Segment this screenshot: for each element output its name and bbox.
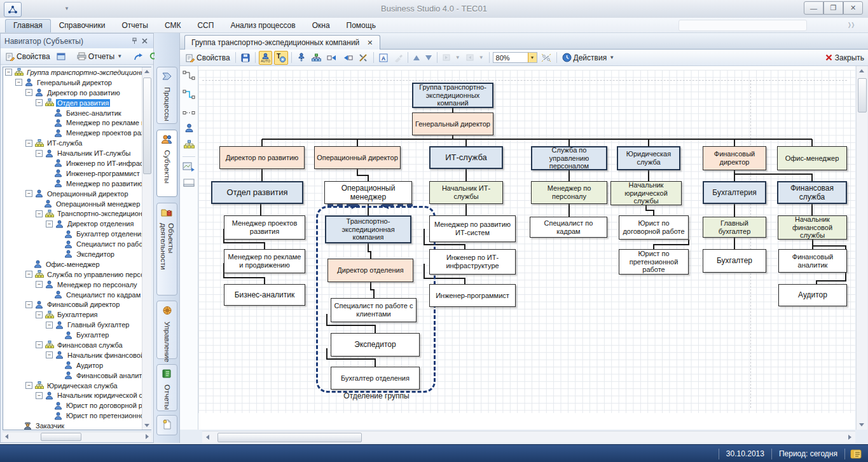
tree-expander-icon[interactable]: − bbox=[36, 341, 43, 348]
tree-item-6[interactable]: Менеджер проектов развития bbox=[3, 128, 151, 138]
org-node-legal-head[interactable]: Начальник юридической службы bbox=[610, 181, 682, 205]
tree-item-7[interactable]: −ИТ-служба bbox=[3, 138, 151, 148]
subject-size-button[interactable] bbox=[295, 51, 308, 64]
org-node-business-analyst[interactable]: Бизнес-аналитик bbox=[224, 284, 305, 306]
tree-item-32[interactable]: −Начальник юридической службы bbox=[3, 391, 151, 401]
org-node-client-specialist[interactable]: Специалист по работе с клиентами bbox=[331, 298, 417, 322]
menu-tab-2[interactable]: Отчеты bbox=[113, 19, 156, 32]
fit-zoom-button[interactable] bbox=[539, 51, 553, 64]
org-node-hr-manager[interactable]: Менеджер по персоналу bbox=[531, 181, 607, 204]
tree-expander-icon[interactable]: − bbox=[25, 382, 32, 389]
search-input[interactable] bbox=[679, 20, 807, 31]
menu-tab-0[interactable]: Главная bbox=[5, 19, 51, 32]
tree-item-35[interactable]: Заказчик bbox=[3, 421, 151, 430]
org-node-development-dept[interactable]: Отдел развития bbox=[211, 181, 303, 204]
tree-expander-icon[interactable]: − bbox=[36, 311, 43, 318]
tree-item-12[interactable]: −Операционный директор bbox=[3, 189, 151, 199]
tree-item-18[interactable]: Экспедитор bbox=[3, 249, 151, 259]
tree-expander-icon[interactable]: − bbox=[25, 271, 32, 278]
side-tab-subjects[interactable]: Субъекты bbox=[156, 130, 177, 197]
menu-tab-7[interactable]: Помощь bbox=[338, 19, 384, 32]
org-node-it-infra-engineer[interactable]: Инженер по ИТ-инфраструктуре bbox=[429, 249, 516, 275]
properties-button[interactable]: Свойства bbox=[4, 50, 52, 63]
format-text-button[interactable]: A bbox=[377, 51, 390, 64]
tree-item-1[interactable]: −Генеральный директор bbox=[3, 78, 151, 88]
diagram-tools-button[interactable] bbox=[357, 51, 370, 64]
calendar-icon[interactable] bbox=[850, 449, 862, 459]
close-diagram-button[interactable]: Закрыть bbox=[825, 53, 864, 62]
tree-item-25[interactable]: −Главный бухгалтер bbox=[3, 320, 151, 330]
close-button[interactable]: ✕ bbox=[843, 1, 863, 15]
tree-item-30[interactable]: Финансовый аналитик bbox=[3, 370, 151, 381]
go-to-button[interactable] bbox=[132, 50, 144, 63]
org-node-group-company[interactable]: Группа транспортно-экспедиционных компан… bbox=[412, 83, 493, 108]
org-node-finance-head[interactable]: Начальник финансовой службы bbox=[778, 215, 847, 240]
image-tool-icon[interactable] bbox=[183, 161, 195, 174]
next-diagram-button[interactable]: ▼ bbox=[464, 51, 486, 64]
tree-item-27[interactable]: −Финансовая служба bbox=[3, 340, 151, 350]
tree-item-23[interactable]: −Финансовый директор bbox=[3, 299, 151, 309]
org-node-development-director[interactable]: Директор по развитию bbox=[219, 146, 305, 169]
side-tab-new-document[interactable] bbox=[156, 415, 177, 435]
org-node-ad-manager[interactable]: Менеджер по рекламе и продвижению bbox=[224, 249, 305, 273]
org-node-finance-director[interactable]: Финансовый директор bbox=[703, 146, 766, 170]
tree-item-19[interactable]: Офис-менеджер bbox=[3, 259, 151, 269]
menu-tab-6[interactable]: Окна bbox=[304, 19, 338, 32]
navigator-vertical-scrollbar[interactable] bbox=[142, 67, 151, 430]
zoom-dropdown-icon[interactable]: ▼ bbox=[528, 53, 537, 62]
tree-expander-icon[interactable]: − bbox=[25, 89, 32, 96]
tree-item-8[interactable]: −Начальник ИТ-службы bbox=[3, 148, 151, 158]
prev-diagram-button[interactable]: ▼ bbox=[441, 51, 462, 64]
tree-expander-icon[interactable]: − bbox=[36, 150, 43, 157]
tree-item-29[interactable]: Аудитор bbox=[3, 360, 151, 370]
org-node-forwarder[interactable]: Экспедитор bbox=[331, 333, 420, 357]
move-down-button[interactable] bbox=[424, 51, 434, 64]
tree-item-21[interactable]: −Менеджер по персоналу bbox=[3, 280, 151, 290]
tree-item-10[interactable]: Инженер-программист bbox=[3, 168, 151, 179]
save-button[interactable] bbox=[239, 51, 252, 64]
tree-item-4[interactable]: Бизнес-аналитик bbox=[3, 108, 151, 118]
diagram-properties-button[interactable]: Свойства bbox=[184, 51, 232, 64]
tree-expander-icon[interactable]: − bbox=[36, 392, 43, 399]
diagram-window-button[interactable] bbox=[55, 50, 67, 63]
org-node-accountant[interactable]: Бухгалтер bbox=[703, 249, 766, 273]
tree-item-22[interactable]: Специалист по кадрам bbox=[3, 290, 151, 300]
restore-button[interactable]: ❐ bbox=[823, 1, 843, 15]
org-node-finance-analyst[interactable]: Финансовый аналитик bbox=[778, 249, 847, 273]
decompose-in-button[interactable] bbox=[325, 51, 339, 64]
tree-expander-icon[interactable]: − bbox=[36, 99, 43, 106]
diagram-canvas[interactable]: Отделение группы Группа транспортно-эксп… bbox=[198, 66, 855, 430]
tree-expander-icon[interactable]: − bbox=[15, 79, 22, 86]
frame-tool-icon[interactable] bbox=[183, 179, 195, 190]
tree-item-9[interactable]: Инженер по ИТ-инфраструктуре bbox=[3, 158, 151, 168]
highlight-connector-tool-icon[interactable] bbox=[183, 88, 195, 103]
org-node-general-director[interactable]: Генеральный директор bbox=[412, 112, 493, 135]
tree-item-26[interactable]: Бухгалтер bbox=[3, 330, 151, 340]
canvas-horizontal-scrollbar[interactable] bbox=[202, 431, 855, 443]
canvas-vertical-scrollbar[interactable] bbox=[856, 66, 867, 430]
menu-tab-3[interactable]: СМК bbox=[156, 19, 189, 32]
org-node-legal-service[interactable]: Юридическая служба bbox=[617, 146, 680, 170]
zoom-combo[interactable]: 80% ▼ bbox=[493, 52, 537, 63]
org-node-branch-director[interactable]: Директор отделения bbox=[327, 259, 413, 282]
tree-item-34[interactable]: Юрист по претензионной работе bbox=[3, 411, 151, 421]
org-node-finance-service[interactable]: Финансовая служба bbox=[777, 181, 847, 204]
subject-tool-icon[interactable] bbox=[184, 123, 194, 135]
reports-button[interactable]: Отчеты▼ bbox=[75, 50, 124, 63]
tree-expander-icon[interactable]: − bbox=[36, 210, 43, 217]
auto-layout-button[interactable]: AUTO bbox=[259, 51, 272, 65]
minimize-button[interactable]: — bbox=[804, 1, 823, 15]
org-node-chief-accountant[interactable]: Главный бухгалтер bbox=[703, 217, 766, 238]
tree-expander-icon[interactable]: − bbox=[25, 190, 32, 197]
org-node-operations-director[interactable]: Операционный директор bbox=[314, 146, 401, 169]
move-up-button[interactable] bbox=[411, 51, 422, 64]
close-panel-icon[interactable] bbox=[139, 36, 149, 46]
side-tab-reports[interactable]: Отчеты bbox=[156, 364, 177, 411]
menu-tab-4[interactable]: ССП bbox=[189, 19, 222, 32]
tree-item-20[interactable]: −Служба по управлению персоналом bbox=[3, 269, 151, 280]
org-node-claims-lawyer[interactable]: Юрист по претензионной работе bbox=[619, 249, 689, 275]
connector-tool-icon[interactable] bbox=[183, 69, 195, 84]
org-node-it-head[interactable]: Начальник ИТ-службы bbox=[429, 181, 503, 204]
dashed-connector-tool-icon[interactable] bbox=[183, 107, 195, 119]
tree-item-14[interactable]: −Транспортно-экспедиционная компания bbox=[3, 208, 151, 219]
